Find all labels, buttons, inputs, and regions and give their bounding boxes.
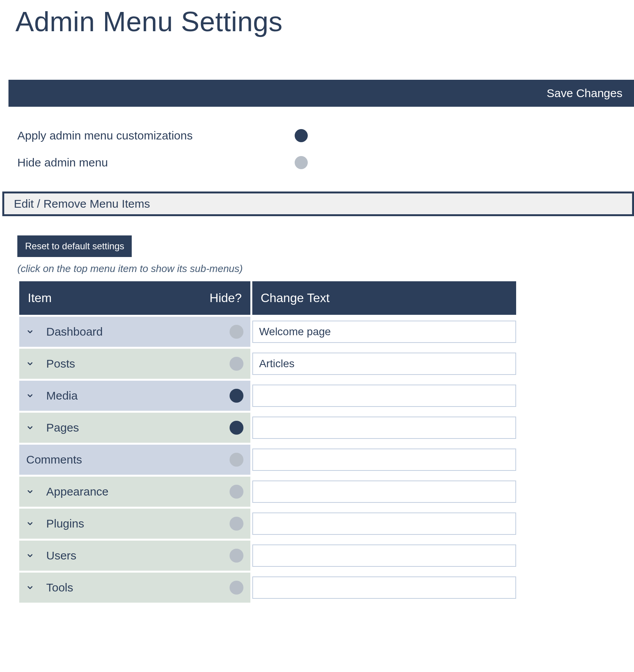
menu-item-label: Media	[46, 389, 230, 402]
table-row: Comments	[19, 445, 516, 475]
change-text-cell	[252, 317, 516, 347]
table-row: Media	[19, 381, 516, 411]
hide-toggle[interactable]	[230, 453, 243, 467]
change-text-input[interactable]	[252, 321, 516, 343]
menu-item-tools[interactable]: Tools	[19, 573, 250, 603]
chevron-down-icon[interactable]	[26, 328, 40, 336]
hide-toggle[interactable]	[230, 485, 243, 499]
table-row: Pages	[19, 413, 516, 443]
chevron-down-icon[interactable]	[26, 392, 40, 400]
hide-toggle[interactable]	[230, 549, 243, 563]
hide-toggle[interactable]	[230, 325, 243, 339]
menu-item-label: Appearance	[46, 485, 230, 498]
change-text-cell	[252, 413, 516, 443]
change-text-cell	[252, 381, 516, 411]
table-header-change-text: Change Text	[252, 281, 516, 315]
change-text-input[interactable]	[252, 353, 516, 375]
menu-item-label: Dashboard	[46, 325, 230, 338]
page-title: Admin Menu Settings	[0, 0, 634, 53]
change-text-input[interactable]	[252, 544, 516, 567]
change-text-cell	[252, 573, 516, 603]
hide-admin-menu-toggle[interactable]	[295, 156, 308, 169]
table-row: Appearance	[19, 477, 516, 507]
change-text-input[interactable]	[252, 417, 516, 439]
header-hide-label: Hide?	[210, 291, 242, 305]
apply-customizations-toggle[interactable]	[295, 129, 308, 142]
save-changes-button[interactable]: Save Changes	[547, 87, 622, 100]
menu-item-label: Comments	[26, 453, 230, 466]
menu-item-comments[interactable]: Comments	[19, 445, 250, 475]
option-label: Hide admin menu	[17, 156, 295, 169]
hint-text: (click on the top menu item to show its …	[17, 263, 634, 275]
menu-item-users[interactable]: Users	[19, 541, 250, 571]
hide-toggle[interactable]	[230, 517, 243, 531]
change-text-input[interactable]	[252, 385, 516, 407]
change-text-input[interactable]	[252, 480, 516, 503]
table-row: Users	[19, 541, 516, 571]
menu-item-posts[interactable]: Posts	[19, 349, 250, 379]
menu-item-appearance[interactable]: Appearance	[19, 477, 250, 507]
hide-toggle[interactable]	[230, 389, 243, 403]
table-row: Tools	[19, 573, 516, 603]
chevron-down-icon[interactable]	[26, 584, 40, 591]
table-row: Dashboard	[19, 317, 516, 347]
change-text-cell	[252, 541, 516, 571]
change-text-input[interactable]	[252, 512, 516, 535]
change-text-cell	[252, 509, 516, 539]
table-header-item: Item Hide?	[19, 281, 250, 315]
section-title: Edit / Remove Menu Items	[14, 197, 150, 210]
menu-item-pages[interactable]: Pages	[19, 413, 250, 443]
menu-items-table: Item Hide? Change Text DashboardPostsMed…	[17, 279, 518, 605]
hide-toggle[interactable]	[230, 581, 243, 595]
menu-item-plugins[interactable]: Plugins	[19, 509, 250, 539]
chevron-down-icon[interactable]	[26, 360, 40, 368]
menu-item-label: Plugins	[46, 517, 230, 530]
save-bar[interactable]: Save Changes	[8, 80, 634, 107]
menu-item-label: Pages	[46, 421, 230, 434]
chevron-down-icon[interactable]	[26, 520, 40, 528]
hide-toggle[interactable]	[230, 357, 243, 371]
menu-item-dashboard[interactable]: Dashboard	[19, 317, 250, 347]
option-apply-customizations: Apply admin menu customizations	[0, 122, 634, 149]
change-text-input[interactable]	[252, 576, 516, 599]
menu-item-media[interactable]: Media	[19, 381, 250, 411]
change-text-cell	[252, 477, 516, 507]
menu-item-label: Users	[46, 549, 230, 562]
header-item-label: Item	[28, 291, 52, 305]
chevron-down-icon[interactable]	[26, 552, 40, 559]
menu-item-label: Tools	[46, 581, 230, 594]
chevron-down-icon[interactable]	[26, 424, 40, 432]
chevron-down-icon[interactable]	[26, 488, 40, 496]
table-row: Posts	[19, 349, 516, 379]
reset-button[interactable]: Reset to default settings	[17, 235, 132, 257]
table-row: Plugins	[19, 509, 516, 539]
menu-item-label: Posts	[46, 357, 230, 370]
option-label: Apply admin menu customizations	[17, 129, 295, 142]
hide-toggle[interactable]	[230, 421, 243, 435]
change-text-cell	[252, 349, 516, 379]
section-header-edit-remove[interactable]: Edit / Remove Menu Items	[2, 192, 634, 216]
change-text-cell	[252, 445, 516, 475]
option-hide-admin-menu: Hide admin menu	[0, 149, 634, 176]
change-text-input[interactable]	[252, 449, 516, 471]
